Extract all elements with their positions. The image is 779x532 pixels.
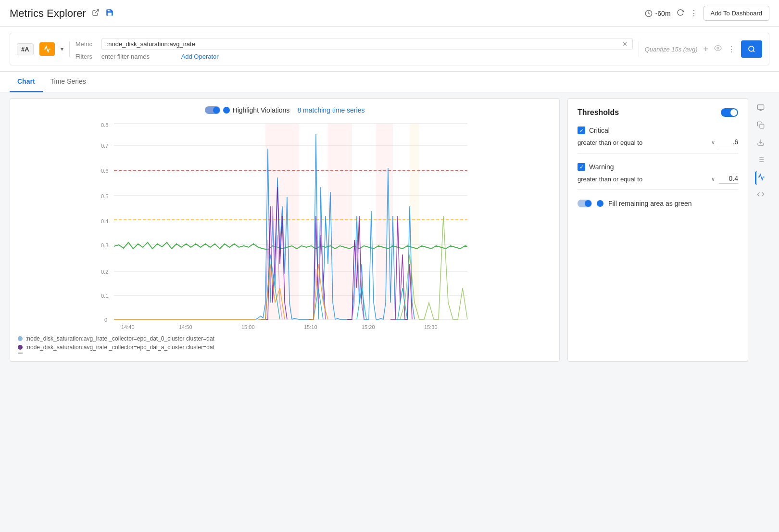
filters-label: Filters xyxy=(75,53,99,60)
copy-icon[interactable] xyxy=(755,119,766,133)
svg-rect-39 xyxy=(760,124,764,128)
metric-fields-area: Metric :node_disk_saturation:avg_irate ✕… xyxy=(75,38,633,60)
chart-area: 0 0.1 0.2 0.3 0.4 0.5 0.6 0.7 0.8 xyxy=(18,120,552,331)
threshold-edit-icon[interactable] xyxy=(755,171,767,185)
chart-legend: :node_disk_saturation:avg_irate _collect… xyxy=(18,335,552,354)
legend-color-1 xyxy=(18,345,23,350)
critical-value[interactable]: .6 xyxy=(719,138,738,147)
svg-text:0: 0 xyxy=(104,317,107,323)
code-icon[interactable] xyxy=(755,189,766,202)
legend-item-1: :node_disk_saturation:avg_irate _collect… xyxy=(18,344,552,351)
svg-text:0.4: 0.4 xyxy=(101,218,108,224)
critical-condition: greater than or equal to xyxy=(578,139,707,146)
svg-text:0.8: 0.8 xyxy=(101,122,108,128)
svg-rect-25 xyxy=(328,124,352,319)
chart-section: Highlight Violations 8 matching time ser… xyxy=(10,98,560,362)
more-options-icon[interactable]: ⋮ xyxy=(690,9,698,18)
fill-green-toggle[interactable] xyxy=(578,200,592,207)
thresholds-header: Thresholds xyxy=(578,108,738,117)
time-range-selector[interactable]: -60m xyxy=(645,10,671,17)
svg-text:14:50: 14:50 xyxy=(179,324,192,330)
critical-row: Critical xyxy=(578,127,738,134)
svg-text:0.2: 0.2 xyxy=(101,269,108,275)
thresholds-toggle[interactable] xyxy=(721,108,738,117)
warning-threshold: Warning greater than or equal to ∨ 0.4 xyxy=(578,163,738,190)
refresh-icon[interactable] xyxy=(677,9,684,18)
chart-svg: 0 0.1 0.2 0.3 0.4 0.5 0.6 0.7 0.8 xyxy=(18,120,552,331)
svg-text:0.1: 0.1 xyxy=(101,293,108,299)
svg-line-3 xyxy=(753,51,754,52)
header-right: -60m ⋮ Add To Dashboard xyxy=(645,6,769,21)
svg-text:15:10: 15:10 xyxy=(304,324,317,330)
app-title: Metrics Explorer xyxy=(10,7,86,20)
thresholds-panel: Thresholds Critical greater than or equa… xyxy=(567,98,748,362)
header-left: Metrics Explorer xyxy=(10,7,114,20)
external-link-icon[interactable] xyxy=(92,9,100,18)
monitor-icon[interactable] xyxy=(755,102,766,115)
search-button[interactable] xyxy=(741,40,762,58)
tab-time-series[interactable]: Time Series xyxy=(43,72,94,92)
warning-label: Warning xyxy=(589,163,614,171)
metric-label: Metric xyxy=(75,40,99,48)
svg-point-1 xyxy=(717,47,719,49)
divider2 xyxy=(639,41,639,57)
highlight-toggle[interactable]: Highlight Violations xyxy=(205,106,290,114)
metric-query-row: #A ▾ Metric :node_disk_saturation:avg_ir… xyxy=(0,27,779,72)
visibility-icon[interactable] xyxy=(714,44,722,54)
legend-label-0: :node_disk_saturation:avg_irate _collect… xyxy=(25,335,214,342)
tabs-bar: Chart Time Series xyxy=(0,72,779,92)
warning-checkbox[interactable] xyxy=(578,163,585,171)
svg-text:0.5: 0.5 xyxy=(101,193,108,199)
main-content: Highlight Violations 8 matching time ser… xyxy=(0,98,779,371)
svg-text:15:30: 15:30 xyxy=(424,324,438,330)
highlight-toggle-switch[interactable] xyxy=(205,106,220,114)
metric-id: #A xyxy=(17,43,34,55)
svg-rect-36 xyxy=(757,105,764,109)
fill-green-row: Fill remaining area as green xyxy=(578,200,738,207)
warning-condition-row: greater than or equal to ∨ 0.4 xyxy=(578,175,738,190)
metric-value-text: :node_disk_saturation:avg_irate xyxy=(107,40,618,48)
svg-point-2 xyxy=(749,46,754,51)
legend-more-indicator xyxy=(18,353,23,354)
highlight-label: Highlight Violations xyxy=(233,106,290,114)
chevron-down-icon[interactable]: ▾ xyxy=(61,46,63,52)
critical-checkbox[interactable] xyxy=(578,127,585,134)
list-icon[interactable] xyxy=(755,154,766,167)
critical-condition-row: greater than or equal to ∨ .6 xyxy=(578,138,738,153)
side-icons xyxy=(752,98,769,362)
svg-text:0.3: 0.3 xyxy=(101,242,108,248)
warning-dropdown-icon[interactable]: ∨ xyxy=(711,176,715,182)
metric-actions: + ⋮ xyxy=(703,44,735,54)
clear-metric-icon[interactable]: ✕ xyxy=(622,40,628,48)
svg-text:15:20: 15:20 xyxy=(362,324,375,330)
svg-text:14:40: 14:40 xyxy=(121,324,135,330)
warning-row: Warning xyxy=(578,163,738,171)
metric-type-icon[interactable] xyxy=(39,42,55,56)
warning-value[interactable]: 0.4 xyxy=(719,175,738,184)
warning-condition: greater than or equal to xyxy=(578,176,707,183)
download-icon[interactable] xyxy=(755,137,766,150)
svg-text:0.6: 0.6 xyxy=(101,168,108,174)
add-dashboard-button[interactable]: Add To Dashboard xyxy=(704,6,769,21)
add-operator-button[interactable]: Add Operator xyxy=(181,53,219,60)
tab-chart[interactable]: Chart xyxy=(10,72,43,92)
svg-text:0.7: 0.7 xyxy=(101,143,108,149)
quantize-label: Quantize 15s (avg) xyxy=(645,46,698,53)
divider xyxy=(69,41,70,57)
add-formula-icon[interactable]: + xyxy=(703,44,708,54)
critical-dropdown-icon[interactable]: ∨ xyxy=(711,139,715,146)
legend-item-0: :node_disk_saturation:avg_irate _collect… xyxy=(18,335,552,342)
thresholds-title: Thresholds xyxy=(578,108,619,117)
time-range-value: -60m xyxy=(655,10,671,17)
filters-input[interactable] xyxy=(101,53,178,60)
right-panel: Thresholds Critical greater than or equa… xyxy=(567,98,769,362)
critical-threshold: Critical greater than or equal to ∨ .6 xyxy=(578,127,738,153)
highlight-dot xyxy=(223,107,230,114)
app-header: Metrics Explorer -60m ⋮ Add To Dashboard xyxy=(0,0,779,27)
chart-header: Highlight Violations 8 matching time ser… xyxy=(18,106,552,114)
more-metric-icon[interactable]: ⋮ xyxy=(728,45,735,54)
svg-text:15:00: 15:00 xyxy=(241,324,255,330)
critical-label: Critical xyxy=(589,127,610,134)
save-icon[interactable] xyxy=(105,8,114,19)
legend-label-1: :node_disk_saturation:avg_irate _collect… xyxy=(25,344,214,351)
